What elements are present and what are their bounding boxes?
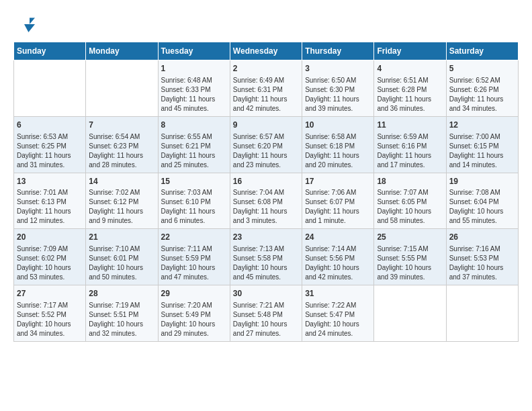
day-number: 22 bbox=[161, 232, 227, 243]
calendar-week-row: 13Sunrise: 7:01 AM Sunset: 6:13 PM Dayli… bbox=[14, 173, 519, 229]
day-info: Sunrise: 7:01 AM Sunset: 6:13 PM Dayligh… bbox=[17, 188, 83, 226]
day-number: 24 bbox=[305, 232, 371, 243]
day-number: 3 bbox=[305, 63, 371, 75]
weekday-header-thursday: Thursday bbox=[302, 42, 374, 60]
day-number: 4 bbox=[377, 63, 443, 75]
day-info: Sunrise: 7:08 AM Sunset: 6:04 PM Dayligh… bbox=[449, 188, 515, 226]
day-info: Sunrise: 6:55 AM Sunset: 6:21 PM Dayligh… bbox=[161, 132, 227, 170]
weekday-header-monday: Monday bbox=[86, 42, 158, 60]
calendar-cell: 2Sunrise: 6:49 AM Sunset: 6:31 PM Daylig… bbox=[230, 60, 302, 117]
page-header bbox=[13, 13, 519, 35]
day-info: Sunrise: 6:57 AM Sunset: 6:20 PM Dayligh… bbox=[233, 132, 299, 170]
weekday-header-tuesday: Tuesday bbox=[158, 42, 230, 60]
calendar-cell: 31Sunrise: 7:22 AM Sunset: 5:47 PM Dayli… bbox=[302, 285, 374, 342]
weekday-header-sunday: Sunday bbox=[14, 42, 86, 60]
day-number: 5 bbox=[449, 63, 515, 75]
day-info: Sunrise: 7:04 AM Sunset: 6:08 PM Dayligh… bbox=[233, 188, 299, 226]
day-info: Sunrise: 7:09 AM Sunset: 6:02 PM Dayligh… bbox=[17, 244, 83, 282]
day-info: Sunrise: 6:59 AM Sunset: 6:16 PM Dayligh… bbox=[377, 132, 443, 170]
calendar-week-row: 6Sunrise: 6:53 AM Sunset: 6:25 PM Daylig… bbox=[14, 116, 519, 173]
day-number: 16 bbox=[233, 176, 299, 187]
weekday-header-saturday: Saturday bbox=[446, 42, 518, 60]
calendar-week-row: 1Sunrise: 6:48 AM Sunset: 6:33 PM Daylig… bbox=[14, 60, 519, 117]
calendar-table: SundayMondayTuesdayWednesdayThursdayFrid… bbox=[13, 42, 519, 342]
calendar-cell: 14Sunrise: 7:02 AM Sunset: 6:12 PM Dayli… bbox=[86, 173, 158, 229]
day-info: Sunrise: 6:48 AM Sunset: 6:33 PM Dayligh… bbox=[161, 76, 227, 113]
day-info: Sunrise: 7:11 AM Sunset: 5:59 PM Dayligh… bbox=[161, 244, 227, 282]
calendar-cell: 13Sunrise: 7:01 AM Sunset: 6:13 PM Dayli… bbox=[14, 173, 86, 229]
calendar-week-row: 20Sunrise: 7:09 AM Sunset: 6:02 PM Dayli… bbox=[14, 229, 519, 285]
day-number: 17 bbox=[305, 176, 371, 187]
day-number: 1 bbox=[161, 63, 227, 75]
calendar-cell: 9Sunrise: 6:57 AM Sunset: 6:20 PM Daylig… bbox=[230, 116, 302, 173]
calendar-cell: 28Sunrise: 7:19 AM Sunset: 5:51 PM Dayli… bbox=[86, 285, 158, 342]
day-info: Sunrise: 7:20 AM Sunset: 5:49 PM Dayligh… bbox=[161, 301, 227, 338]
calendar-cell: 12Sunrise: 7:00 AM Sunset: 6:15 PM Dayli… bbox=[446, 116, 518, 173]
day-number: 31 bbox=[305, 288, 371, 300]
day-number: 30 bbox=[233, 288, 299, 300]
calendar-cell bbox=[14, 60, 86, 117]
day-number: 8 bbox=[161, 120, 227, 131]
calendar-cell: 24Sunrise: 7:14 AM Sunset: 5:56 PM Dayli… bbox=[302, 229, 374, 285]
day-info: Sunrise: 7:21 AM Sunset: 5:48 PM Dayligh… bbox=[233, 301, 299, 338]
day-number: 25 bbox=[377, 232, 443, 243]
day-number: 15 bbox=[161, 176, 227, 187]
logo bbox=[13, 13, 38, 35]
day-number: 10 bbox=[305, 120, 371, 131]
day-number: 12 bbox=[449, 120, 515, 131]
calendar-cell: 11Sunrise: 6:59 AM Sunset: 6:16 PM Dayli… bbox=[374, 116, 446, 173]
calendar-cell: 17Sunrise: 7:06 AM Sunset: 6:07 PM Dayli… bbox=[302, 173, 374, 229]
day-number: 14 bbox=[89, 176, 154, 187]
calendar-cell: 27Sunrise: 7:17 AM Sunset: 5:52 PM Dayli… bbox=[14, 285, 86, 342]
day-number: 23 bbox=[233, 232, 299, 243]
calendar-cell: 30Sunrise: 7:21 AM Sunset: 5:48 PM Dayli… bbox=[230, 285, 302, 342]
day-info: Sunrise: 7:22 AM Sunset: 5:47 PM Dayligh… bbox=[305, 301, 371, 338]
day-info: Sunrise: 7:16 AM Sunset: 5:53 PM Dayligh… bbox=[449, 244, 515, 282]
day-number: 19 bbox=[449, 176, 515, 187]
calendar-cell: 23Sunrise: 7:13 AM Sunset: 5:58 PM Dayli… bbox=[230, 229, 302, 285]
day-info: Sunrise: 7:06 AM Sunset: 6:07 PM Dayligh… bbox=[305, 188, 371, 226]
calendar-cell: 5Sunrise: 6:52 AM Sunset: 6:26 PM Daylig… bbox=[446, 60, 518, 117]
day-number: 29 bbox=[161, 288, 227, 300]
logo-icon bbox=[13, 13, 35, 35]
calendar-cell: 25Sunrise: 7:15 AM Sunset: 5:55 PM Dayli… bbox=[374, 229, 446, 285]
day-number: 26 bbox=[449, 232, 515, 243]
day-info: Sunrise: 6:58 AM Sunset: 6:18 PM Dayligh… bbox=[305, 132, 371, 170]
day-info: Sunrise: 6:53 AM Sunset: 6:25 PM Dayligh… bbox=[17, 132, 83, 170]
day-info: Sunrise: 7:17 AM Sunset: 5:52 PM Dayligh… bbox=[17, 301, 83, 338]
calendar-cell: 29Sunrise: 7:20 AM Sunset: 5:49 PM Dayli… bbox=[158, 285, 230, 342]
weekday-header-friday: Friday bbox=[374, 42, 446, 60]
day-info: Sunrise: 7:02 AM Sunset: 6:12 PM Dayligh… bbox=[89, 188, 154, 226]
calendar-cell: 18Sunrise: 7:07 AM Sunset: 6:05 PM Dayli… bbox=[374, 173, 446, 229]
day-number: 27 bbox=[17, 288, 83, 300]
day-info: Sunrise: 6:49 AM Sunset: 6:31 PM Dayligh… bbox=[233, 76, 299, 113]
calendar-cell: 16Sunrise: 7:04 AM Sunset: 6:08 PM Dayli… bbox=[230, 173, 302, 229]
calendar-cell: 6Sunrise: 6:53 AM Sunset: 6:25 PM Daylig… bbox=[14, 116, 86, 173]
calendar-cell: 22Sunrise: 7:11 AM Sunset: 5:59 PM Dayli… bbox=[158, 229, 230, 285]
day-info: Sunrise: 7:13 AM Sunset: 5:58 PM Dayligh… bbox=[233, 244, 299, 282]
day-number: 13 bbox=[17, 176, 83, 187]
svg-marker-1 bbox=[24, 17, 35, 32]
calendar-cell: 26Sunrise: 7:16 AM Sunset: 5:53 PM Dayli… bbox=[446, 229, 518, 285]
day-number: 20 bbox=[17, 232, 83, 243]
calendar-header-row: SundayMondayTuesdayWednesdayThursdayFrid… bbox=[14, 42, 519, 60]
calendar-cell: 15Sunrise: 7:03 AM Sunset: 6:10 PM Dayli… bbox=[158, 173, 230, 229]
day-number: 18 bbox=[377, 176, 443, 187]
day-number: 21 bbox=[89, 232, 154, 243]
calendar-cell: 4Sunrise: 6:51 AM Sunset: 6:28 PM Daylig… bbox=[374, 60, 446, 117]
calendar-cell bbox=[446, 285, 518, 342]
calendar-cell: 1Sunrise: 6:48 AM Sunset: 6:33 PM Daylig… bbox=[158, 60, 230, 117]
day-number: 28 bbox=[89, 288, 154, 300]
calendar-cell: 3Sunrise: 6:50 AM Sunset: 6:30 PM Daylig… bbox=[302, 60, 374, 117]
calendar-cell: 10Sunrise: 6:58 AM Sunset: 6:18 PM Dayli… bbox=[302, 116, 374, 173]
day-number: 6 bbox=[17, 120, 83, 131]
day-number: 11 bbox=[377, 120, 443, 131]
day-number: 7 bbox=[89, 120, 154, 131]
day-info: Sunrise: 7:19 AM Sunset: 5:51 PM Dayligh… bbox=[89, 301, 154, 338]
day-info: Sunrise: 7:07 AM Sunset: 6:05 PM Dayligh… bbox=[377, 188, 443, 226]
day-number: 9 bbox=[233, 120, 299, 131]
day-info: Sunrise: 6:54 AM Sunset: 6:23 PM Dayligh… bbox=[89, 132, 154, 170]
day-number: 2 bbox=[233, 63, 299, 75]
calendar-cell bbox=[86, 60, 158, 117]
day-info: Sunrise: 6:51 AM Sunset: 6:28 PM Dayligh… bbox=[377, 76, 443, 113]
